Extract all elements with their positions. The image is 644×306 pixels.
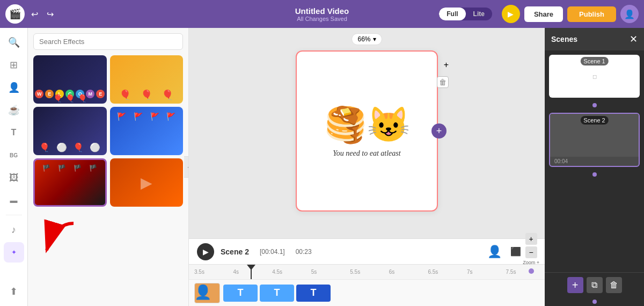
scenes-actions: + ⧉ 🗑 xyxy=(545,272,644,297)
title-block: Untitled Video All Changes Saved xyxy=(295,6,349,22)
zoom-label: Zoom + xyxy=(523,260,539,265)
ruler-mark-5: 5s xyxy=(311,269,350,275)
sidebar-upload-button[interactable]: ⬆ xyxy=(4,281,24,302)
track-text-block-1[interactable]: T xyxy=(223,285,258,302)
scenes-panel: Scenes ✕ ◻ Scene 1 Scene 2 00:04 xyxy=(545,28,644,306)
add-scene-button[interactable]: + xyxy=(567,277,583,293)
scene-1-content: ◻ xyxy=(592,74,597,79)
canvas-frame: 🥞😺 You need to eat atleast + 🗑 + xyxy=(296,50,438,212)
sidebar-search-button[interactable]: 🔍 xyxy=(4,32,24,53)
zoom-controls-right: + − Zoom + xyxy=(523,233,539,274)
video-title: Untitled Video xyxy=(295,6,349,16)
sidebar-divider xyxy=(6,215,22,215)
ruler-mark-6: 6s xyxy=(389,269,428,275)
avatar[interactable]: 👤 xyxy=(620,5,639,23)
zoom-value: 66% xyxy=(357,35,370,43)
zoom-control[interactable]: 66% ▾ xyxy=(352,33,382,45)
track-text-block-2[interactable]: T xyxy=(260,285,294,302)
zoom-slider-handle[interactable] xyxy=(529,268,534,274)
sidebar-video-button[interactable]: ▬ xyxy=(4,190,24,210)
full-mode-button[interactable]: Full xyxy=(439,8,465,20)
effects-panel: W E L C O M E 🎈🎈🎈 🎈🎈🎈 xyxy=(28,28,189,306)
scenes-title: Scenes xyxy=(551,35,577,43)
search-effects-input[interactable] xyxy=(33,33,183,50)
sidebar-image-button[interactable]: 🖼 xyxy=(4,167,24,188)
save-status: All Changes Saved xyxy=(295,16,349,22)
zoom-dropdown-icon: ▾ xyxy=(373,35,376,43)
ruler-mark-7: 7s xyxy=(467,269,506,275)
effect-item-dark-balloons[interactable]: 🎈⚪🎈⚪ xyxy=(33,107,107,155)
sidebar-effects-button[interactable]: ✦ xyxy=(4,242,24,263)
scenes-close-button[interactable]: ✕ xyxy=(630,33,638,45)
scene-thumb-area: ◻ Scene 1 Scene 2 00:04 xyxy=(545,50,644,272)
scene-2-label: Scene 2 xyxy=(580,116,608,125)
lite-mode-button[interactable]: Lite xyxy=(466,8,492,20)
zoom-in-button[interactable]: + xyxy=(525,233,537,245)
header: 🎬 ↩ ↪ Untitled Video All Changes Saved F… xyxy=(0,0,644,28)
canvas-scene-text: You need to eat atleast xyxy=(333,149,400,158)
sidebar-text-button[interactable]: T xyxy=(4,122,24,143)
ruler-mark-65: 6.5s xyxy=(428,269,467,275)
ruler-mark-35: 3.5s xyxy=(194,269,233,275)
publish-button[interactable]: Publish xyxy=(567,6,616,22)
scene-name-label: Scene 2 xyxy=(221,247,249,256)
sidebar-characters-button[interactable]: 👤 xyxy=(4,77,24,98)
canvas-add-scene-button[interactable]: + xyxy=(431,123,447,139)
effect-item-welcome[interactable]: W E L C O M E 🎈🎈🎈 xyxy=(33,55,107,104)
scene-play-button[interactable]: ▶ xyxy=(197,243,214,260)
scene-2-time: 00:04 xyxy=(550,157,639,166)
duplicate-scene-button[interactable]: ⧉ xyxy=(587,277,603,293)
preview-play-button[interactable]: ▶ xyxy=(502,5,520,23)
collapse-panel-button[interactable]: ‹ xyxy=(184,156,189,178)
bottom-user-icon: 👤 xyxy=(194,284,211,301)
canvas-illustration: 🥞😺 xyxy=(324,105,410,145)
scene-item-1[interactable]: ◻ Scene 1 xyxy=(549,55,640,98)
sidebar-music-button[interactable]: ♪ xyxy=(4,220,24,240)
timeline-scene-icon[interactable]: ⬛ xyxy=(510,246,521,257)
effect-item-orange[interactable]: 🎈🎈🎈 xyxy=(110,55,184,104)
zoom-out-button[interactable]: − xyxy=(525,246,537,258)
time-start: [00:04.1] xyxy=(260,248,285,256)
main-layout: 🔍 ⊞ 👤 ☕ T BG 🖼 ▬ ♪ ✦ ⬆ W E L C O M xyxy=(0,28,644,306)
mode-toggle[interactable]: Full Lite xyxy=(439,8,492,20)
canvas-add-top-button[interactable]: + xyxy=(444,60,449,70)
effect-item-dark-flags[interactable]: 🏴🏴🏴🏴 xyxy=(33,158,107,207)
track-text-block-3[interactable]: T xyxy=(296,285,331,302)
sidebar-background-button[interactable]: BG xyxy=(4,145,24,165)
red-arrow-indicator xyxy=(39,218,82,263)
ruler-marks: 3.5s 4s 4.5s 5s 5.5s 6s 6.5s 7s 7.5s xyxy=(189,269,545,275)
ruler-mark-45: 4.5s xyxy=(272,269,311,275)
delete-scene-button[interactable]: 🗑 xyxy=(606,277,622,293)
effects-grid: W E L C O M E 🎈🎈🎈 🎈🎈🎈 xyxy=(33,55,183,207)
scene-connector-2 xyxy=(592,172,597,177)
canvas-delete-button[interactable]: 🗑 xyxy=(437,76,449,88)
scene-1-label: Scene 1 xyxy=(580,57,608,65)
sidebar-props-button[interactable]: ☕ xyxy=(4,100,24,120)
logo[interactable]: 🎬 xyxy=(5,4,25,24)
timeline-controls: ▶ Scene 2 [00:04.1] 00:23 👤 ⬛ ⊙ xyxy=(189,238,545,264)
scene-item-2[interactable]: Scene 2 00:04 xyxy=(549,113,640,167)
effect-item-orange-red[interactable]: ▶ xyxy=(110,158,184,207)
timeline-avatar-icon[interactable]: 👤 xyxy=(487,245,502,259)
timeline-needle xyxy=(251,265,252,279)
scene-connector-3 xyxy=(592,300,597,304)
sidebar-templates-button[interactable]: ⊞ xyxy=(4,55,24,75)
time-total: 00:23 xyxy=(296,248,312,256)
ruler-mark-55: 5.5s xyxy=(350,269,389,275)
scenes-header: Scenes ✕ xyxy=(545,28,644,50)
effect-item-blue-flags[interactable]: 🚩🚩🚩🚩 xyxy=(110,107,184,155)
share-button[interactable]: Share xyxy=(524,6,563,22)
timeline-ruler: 3.5s 4s 4.5s 5s 5.5s 6s 6.5s 7s 7.5s xyxy=(189,264,545,279)
undo-button[interactable]: ↩ xyxy=(29,7,40,21)
left-sidebar: 🔍 ⊞ 👤 ☕ T BG 🖼 ▬ ♪ ✦ ⬆ xyxy=(0,28,28,306)
redo-button[interactable]: ↪ xyxy=(45,7,56,21)
timeline-tracks: T T T xyxy=(189,279,545,306)
scene-connector-1 xyxy=(592,103,597,107)
canvas-area: 66% ▾ 🥞😺 You need to eat atleast + 🗑 + ▶… xyxy=(189,28,545,306)
